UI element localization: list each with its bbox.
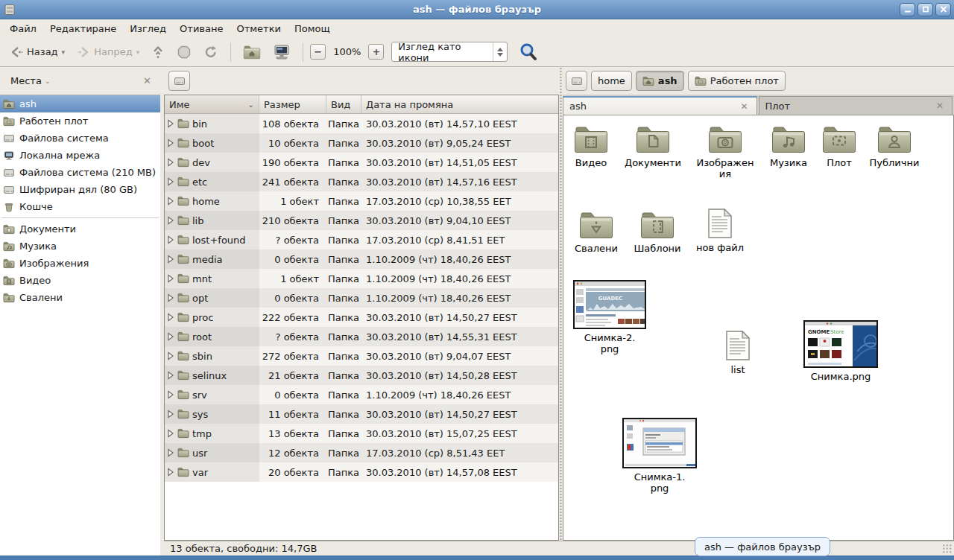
table-row[interactable]: home 1 обект Папка 17.03.2010 (ср) 10,38… [165,191,558,211]
menu-help[interactable]: Помощ [288,21,337,36]
table-row[interactable]: var 20 обекта Папка 30.03.2010 (вт) 14,5… [165,462,558,482]
expander-icon[interactable] [167,255,174,264]
expander-icon[interactable] [167,313,174,322]
column-header-date[interactable]: Дата на промяна [361,95,558,113]
folder-documents[interactable]: Документи [623,124,683,168]
table-row[interactable]: selinux 21 обекта Папка 30.03.2010 (вт) … [165,366,558,385]
sidebar-item-desktop[interactable]: Работен плот [0,112,160,130]
folder-desktop[interactable]: Плот [817,124,862,168]
menu-bookmarks[interactable]: Отметки [230,21,287,36]
maximize-button[interactable] [917,3,933,16]
table-row[interactable]: etc 241 обекта Папка 30.03.2010 (вт) 14,… [165,172,558,191]
expander-icon[interactable] [167,274,174,283]
zoom-in-button[interactable]: + [368,44,384,60]
home-button[interactable] [238,41,266,63]
table-row[interactable]: usr 12 обекта Папка 17.03.2010 (ср) 8,51… [165,443,558,462]
file-snimka[interactable]: GNOME Store Снимка.png [803,320,879,382]
table-row[interactable]: media 0 обекта Папка 1.10.2009 (чт) 18,4… [165,249,558,269]
expander-icon[interactable] [167,293,174,302]
path-root-button[interactable] [566,71,587,91]
file-snimka-1[interactable]: Снимка-1. png [622,418,698,494]
expander-icon[interactable] [167,468,174,477]
expander-icon[interactable] [167,119,174,128]
expander-icon[interactable] [167,216,174,225]
sidebar-item-filesystem-210[interactable]: Файлова система (210 MB) [0,164,160,181]
expander-icon[interactable] [167,332,174,341]
computer-button[interactable] [268,40,296,64]
expander-icon[interactable] [167,235,174,244]
table-row[interactable]: mnt 1 обект Папка 1.10.2009 (чт) 18,40,2… [165,269,558,288]
menu-file[interactable]: Файл [3,21,43,36]
menu-view[interactable]: Изглед [123,21,173,36]
expander-icon[interactable] [167,197,174,206]
forward-button[interactable]: Напред ▾ [72,42,145,63]
menu-edit[interactable]: Редактиране [43,21,123,36]
folder-public[interactable]: Публични [865,124,923,168]
back-button[interactable]: Назад ▾ [4,42,70,63]
table-row[interactable]: lib 210 обекта Папка 30.03.2010 (вт) 9,0… [165,211,558,230]
search-button[interactable] [517,40,540,64]
tab-ash[interactable]: ash ✕ [563,96,757,115]
table-row[interactable]: dev 190 обекта Папка 30.03.2010 (вт) 14,… [165,153,558,172]
up-button[interactable] [146,41,170,63]
sidebar-item-home[interactable]: ash [0,95,160,112]
file-snimka-2[interactable]: GUADEC Снимка-2. png [572,280,647,354]
stop-button[interactable] [171,41,197,63]
expander-icon[interactable] [167,448,174,457]
sidebar-item-downloads[interactable]: Свалени [0,289,160,306]
table-row[interactable]: lost+found ? обекта Папка 17.03.2010 (ср… [165,230,558,249]
table-row[interactable]: root ? обекта Папка 30.03.2010 (вт) 14,5… [165,327,558,346]
file-list[interactable]: list [717,330,759,375]
sidebar-close-button[interactable]: ✕ [140,74,154,88]
path-ash-button[interactable]: ash [636,71,684,91]
table-row[interactable]: opt 0 обекта Папка 1.10.2009 (чт) 18,40,… [165,288,558,308]
path-desktop-button[interactable]: Работен плот [688,71,786,91]
table-row[interactable]: proc 222 обекта Папка 30.03.2010 (вт) 14… [165,308,558,327]
minimize-button[interactable] [900,3,915,16]
search-icon [519,42,538,62]
view-mode-select[interactable]: Изглед като икони [391,42,508,62]
sidebar-item-encrypted[interactable]: Шифриран дял (80 GB) [0,181,160,198]
close-button[interactable] [935,3,951,16]
tab-plot[interactable]: Плот ✕ [759,96,953,115]
reload-button[interactable] [198,41,224,63]
tab-close-icon[interactable]: ✕ [934,100,946,112]
folder-downloads[interactable]: Свалени [570,210,622,254]
expander-icon[interactable] [167,177,174,186]
table-row[interactable]: sys 11 обекта Папка 30.03.2010 (вт) 14,5… [165,404,558,424]
sidebar-item-network[interactable]: Локална мрежа [0,147,160,164]
expander-icon[interactable] [167,429,174,438]
expander-icon[interactable] [167,390,174,399]
expander-icon[interactable] [167,351,174,360]
expander-icon[interactable] [167,371,174,380]
column-header-type[interactable]: Вид [326,95,361,113]
expander-icon[interactable] [167,158,174,167]
menu-go[interactable]: Отиване [173,21,230,36]
sidebar-item-trash[interactable]: Кошче [0,198,160,215]
expander-icon[interactable] [167,139,174,147]
tab-close-icon[interactable]: ✕ [738,101,750,112]
sidebar-item-music[interactable]: Музика [0,238,160,255]
sidebar-item-filesystem[interactable]: Файлова система [0,130,160,147]
folder-templates[interactable]: Шаблони [631,210,683,254]
sidebar-item-video[interactable]: Видео [0,272,160,289]
table-row[interactable]: boot 10 обекта Папка 30.03.2010 (вт) 9,0… [165,133,558,153]
folder-pictures[interactable]: Изображен ия [693,124,757,179]
path-home-button[interactable]: home [591,71,632,91]
folder-music[interactable]: Музика [763,124,814,168]
sidebar-item-documents[interactable]: Документи [0,220,160,238]
sidebar-item-pictures[interactable]: Изображения [0,255,160,272]
expander-icon[interactable] [167,410,174,419]
table-row[interactable]: bin 108 обекта Папка 30.03.2010 (вт) 14,… [165,114,558,133]
sidebar-selector[interactable]: Места ⌄ [7,74,53,88]
zoom-out-button[interactable]: − [310,44,326,60]
column-header-size[interactable]: Размер [259,95,326,113]
table-row[interactable]: sbin 272 обекта Папка 30.03.2010 (вт) 9,… [165,346,558,366]
table-row[interactable]: tmp 13 обекта Папка 30.03.2010 (вт) 15,0… [165,424,558,443]
folder-video[interactable]: Видео [568,124,614,168]
path-root-button[interactable] [168,71,190,91]
file-new-file[interactable]: нов файл [694,208,746,253]
resize-grip[interactable] [942,544,953,554]
table-row[interactable]: srv 0 обекта Папка 1.10.2009 (чт) 18,40,… [165,385,558,404]
column-header-name[interactable]: Име ⌄ [165,95,259,113]
